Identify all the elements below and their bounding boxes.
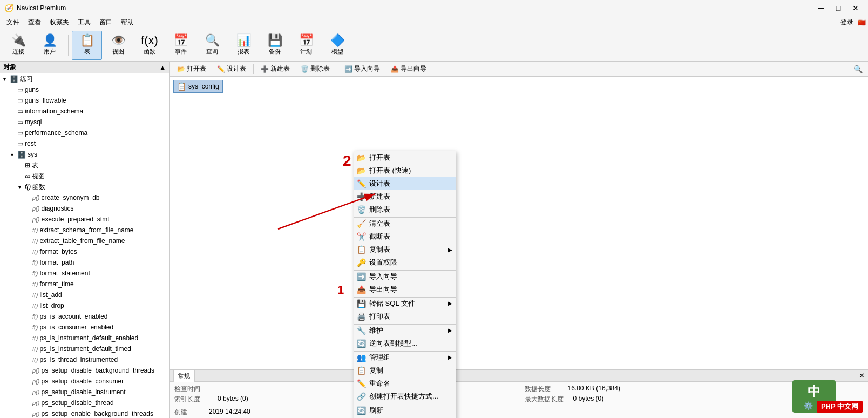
info-tab-general[interactable]: 常规 (173, 370, 195, 382)
toolbar-btn-用户[interactable]: 👤用户 (35, 31, 65, 60)
new-table-btn[interactable]: ➕新建表 (256, 63, 295, 75)
open-table-btn[interactable]: 📂打开表 (172, 63, 211, 75)
tree-item-ps_setup_enable_background_threads[interactable]: p()ps_setup_enable_background_threads (0, 408, 169, 418)
tree-item-练习[interactable]: ▾🗄️练习 (0, 73, 169, 84)
tree-item-mysql[interactable]: ▭mysql (0, 117, 169, 127)
tree-item-format_time[interactable]: f()format_time (0, 279, 169, 289)
tree-item-ps_setup_disable_thread[interactable]: p()ps_setup_disable_thread (0, 397, 169, 408)
tree-item-diagnostics[interactable]: p()diagnostics (0, 203, 169, 214)
toolbar-icon-报表: 📊 (236, 35, 251, 46)
ctx-export[interactable]: 📤导出向导 (354, 283, 456, 296)
ctx-import[interactable]: ➡️导入向导 (354, 270, 456, 283)
menu-item-3[interactable]: 工具 (73, 16, 95, 29)
tree-item-ps_is_instrument_default_timed[interactable]: f()ps_is_instrument_default_timed (0, 343, 169, 354)
tree-item-rest[interactable]: ▭rest (0, 138, 169, 149)
delete-table-btn[interactable]: 🗑️删除表 (296, 63, 335, 75)
tree-item-guns[interactable]: ▭guns (0, 84, 169, 95)
toolbar-btn-视图[interactable]: 👁️视图 (103, 31, 133, 60)
object-area: 📋 sys_config 2 (170, 77, 868, 369)
ctx-print[interactable]: 🖨️打印表 (354, 310, 456, 323)
ctx-refresh[interactable]: 🔄刷新 (354, 404, 456, 417)
toolbar-btn-查询[interactable]: 🔍查询 (197, 31, 227, 60)
ctx-maintain[interactable]: 🔧维护▶ (354, 324, 456, 337)
toolbar-btn-备份[interactable]: 💾备份 (260, 31, 290, 60)
tree-icon-folder: ⊞ (25, 161, 30, 169)
ctx-copy[interactable]: 📋复制 (354, 364, 456, 377)
info-panel-close-icon[interactable]: ✕ (859, 372, 865, 380)
ctx-permission[interactable]: 🔑设置权限 (354, 256, 456, 269)
tree-item-sys[interactable]: ▾🗄️sys (0, 149, 169, 160)
ctx-icon-ctx-truncate: ✂️ (356, 232, 366, 241)
design-table-btn[interactable]: ✏️设计表 (212, 63, 251, 75)
tree-item-list_add[interactable]: f()list_add (0, 289, 169, 300)
toolbar-icon-表: 📋 (80, 35, 94, 46)
ctx-open[interactable]: 📂打开表 (354, 151, 456, 164)
tree-item-extract_table_from_file_name[interactable]: f()extract_table_from_file_name (0, 235, 169, 246)
maximize-button[interactable]: □ (830, 2, 846, 14)
export-btn[interactable]: 📤导出向导 (386, 63, 431, 75)
menu-item-2[interactable]: 收藏夹 (45, 16, 73, 29)
toolbar-btn-事件[interactable]: 📅事件 (166, 31, 196, 60)
tree-item-ps_is_thread_instrumented[interactable]: f()ps_is_thread_instrumented (0, 354, 169, 365)
tree-item-format_bytes[interactable]: f()format_bytes (0, 246, 169, 257)
ctx-truncate[interactable]: ✂️截断表 (354, 230, 456, 243)
menu-item-5[interactable]: 帮助 (117, 16, 138, 29)
import-btn[interactable]: ➡️导入向导 (340, 63, 385, 75)
toolbar-btn-表[interactable]: 📋表 (72, 31, 102, 60)
tree-item-ps_is_instrument_default_enabled[interactable]: f()ps_is_instrument_default_enabled (0, 333, 169, 343)
tree-label: create_synonym_db (41, 194, 99, 201)
tree-item-ps_setup_disable_instrument[interactable]: p()ps_setup_disable_instrument (0, 387, 169, 397)
toolbar-btn-模型[interactable]: 🔷模型 (322, 31, 352, 60)
tree-item-format_path[interactable]: f()format_path (0, 257, 169, 268)
tree-label: list_add (39, 291, 62, 299)
tree-item-list_drop[interactable]: f()list_drop (0, 300, 169, 311)
tree-item-create_synonym_db[interactable]: p()create_synonym_db (0, 192, 169, 203)
ctx-dump[interactable]: 💾转储 SQL 文件▶ (354, 297, 456, 310)
tree-item-ps_setup_disable_consumer[interactable]: p()ps_setup_disable_consumer (0, 376, 169, 387)
tree-item-ps_setup_disable_background_threads[interactable]: p()ps_setup_disable_background_threads (0, 365, 169, 376)
toolbar-btn-函数[interactable]: f(x)函数 (134, 31, 165, 60)
menu-item-4[interactable]: 窗口 (95, 16, 117, 29)
ctx-shortcut[interactable]: 🔗创建打开表快捷方式... (354, 390, 456, 403)
tree-item-表[interactable]: ⊞表 (0, 160, 169, 171)
tree-item-information_schema[interactable]: ▭information_schema (0, 106, 169, 117)
toolbar-btn-连接[interactable]: 🔌连接 (3, 31, 33, 60)
tree-item-format_statement[interactable]: f()format_statement (0, 268, 169, 279)
app-icon: 🧭 (4, 4, 13, 12)
ctx-copy-table[interactable]: 📋复制表▶ (354, 243, 456, 256)
tree-label: format_path (39, 259, 74, 266)
menu-item-0[interactable]: 文件 (2, 16, 24, 29)
login-label[interactable]: 登录 (840, 18, 853, 27)
ctx-icon-ctx-refresh: 🔄 (356, 406, 366, 415)
ctx-design[interactable]: ✏️设计表 (354, 177, 456, 190)
tree-item-guns_flowable[interactable]: ▭guns_flowable (0, 95, 169, 106)
content-btn-icon-0: 📂 (177, 65, 185, 73)
tree-item-execute_prepared_stmt[interactable]: p()execute_prepared_stmt (0, 214, 169, 225)
tree-item-extract_schema_from_file_name[interactable]: f()extract_schema_from_file_name (0, 225, 169, 235)
tree-icon-func: f() (32, 324, 38, 331)
tree-icon-func: p() (32, 410, 39, 417)
tree-item-视图[interactable]: ∞视图 (0, 171, 169, 181)
ctx-rename[interactable]: ✏️重命名 (354, 377, 456, 390)
ctx-reverse[interactable]: 🔄逆向表到模型... (354, 337, 456, 350)
menu-item-1[interactable]: 查看 (24, 16, 45, 29)
toolbar-btn-报表[interactable]: 📊报表 (228, 31, 259, 60)
ctx-new[interactable]: ➕新建表 (354, 190, 456, 203)
close-button[interactable]: ✕ (847, 2, 864, 14)
tree-item-performance_schema[interactable]: ▭performance_schema (0, 127, 169, 138)
sidebar-expand-btn[interactable]: ▲ (159, 63, 166, 72)
ime-gear-icon[interactable]: ⚙️ (804, 401, 813, 410)
toolbar-btn-计划[interactable]: 📅计划 (291, 31, 321, 60)
search-icon[interactable]: 🔍 (850, 65, 866, 73)
ctx-open-fast[interactable]: 📂打开表 (快速) (354, 164, 456, 177)
tree-item-ps_is_consumer_enabled[interactable]: f()ps_is_consumer_enabled (0, 322, 169, 333)
tree-item-函数[interactable]: ▾f()函数 (0, 181, 169, 192)
tree-item-ps_is_account_enabled[interactable]: f()ps_is_account_enabled (0, 311, 169, 322)
ctx-clear[interactable]: 🧹清空表 (354, 217, 456, 230)
minimize-button[interactable]: ─ (813, 2, 829, 14)
content-sep-3 (337, 64, 337, 74)
title-bar-controls: ─ □ ✕ (813, 2, 864, 14)
ctx-group[interactable]: 👥管理组▶ (354, 351, 456, 364)
selected-object-item[interactable]: 📋 sys_config (173, 80, 223, 93)
ctx-delete[interactable]: 🗑️删除表 (354, 203, 456, 216)
